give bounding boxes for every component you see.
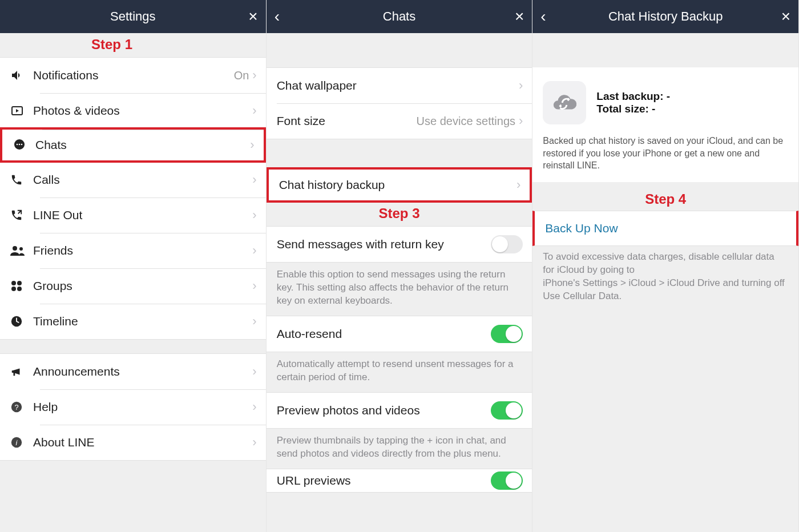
play-rect-icon <box>10 104 33 118</box>
chevron-right-icon: › <box>252 279 256 293</box>
chevron-right-icon: › <box>519 114 523 128</box>
row-chat-history-backup[interactable]: Chat history backup › <box>267 167 532 203</box>
friends-icon <box>10 244 33 257</box>
row-label: Auto-resend <box>277 327 491 341</box>
chevron-right-icon: › <box>252 364 256 379</box>
row-photos-videos[interactable]: Photos & videos › <box>0 93 266 128</box>
phone-icon <box>10 174 33 186</box>
row-groups[interactable]: Groups › <box>0 268 266 304</box>
row-label: Notifications <box>33 68 234 82</box>
chevron-right-icon: › <box>519 78 523 93</box>
row-help[interactable]: ? Help › <box>0 389 266 425</box>
row-url-previews[interactable]: URL previews <box>267 469 532 492</box>
chevron-right-icon: › <box>250 138 254 152</box>
row-friends[interactable]: Friends › <box>0 233 266 268</box>
settings-list-1: Notifications On › Photos & videos › Cha… <box>0 57 266 162</box>
navbar-title: Chat History Backup <box>608 9 723 24</box>
chats-list-2: Chat history backup › <box>267 168 532 202</box>
close-icon[interactable]: × <box>515 7 524 26</box>
row-announcements[interactable]: Announcements › <box>0 354 266 389</box>
chats-list-3: Send messages with return key <box>267 226 532 263</box>
back-up-now-button[interactable]: Back Up Now <box>532 211 798 246</box>
back-icon[interactable]: ‹ <box>540 7 546 26</box>
top-gap <box>532 33 798 67</box>
phone-out-icon <box>10 209 33 221</box>
step-annotation-1: Step 1 <box>0 33 266 57</box>
row-label: Announcements <box>33 365 252 378</box>
toggle-auto-resend[interactable] <box>491 325 523 343</box>
backup-warning: To avoid excessive data charges, disable… <box>532 245 798 311</box>
svg-point-7 <box>11 281 16 285</box>
row-preview[interactable]: Preview photos and videos <box>267 393 532 428</box>
chats-pane: ‹ Chats × Chat wallpaper › Font size Use… <box>267 0 533 532</box>
row-value: On <box>234 69 249 82</box>
row-label: Timeline <box>33 315 252 328</box>
send-return-note: Enable this option to send messages usin… <box>267 263 532 316</box>
svg-point-5 <box>13 246 17 251</box>
row-label: Calls <box>33 173 252 187</box>
settings-list-2: Announcements › ? Help › i About LINE › <box>0 353 266 461</box>
navbar: ‹ Chats × <box>267 0 532 33</box>
backup-pane: ‹ Chat History Backup × Last backup: - T… <box>532 0 799 532</box>
row-label: Groups <box>33 279 252 293</box>
toggle-preview[interactable] <box>491 401 523 420</box>
row-font-size[interactable]: Font size Use device settings › <box>267 103 532 139</box>
svg-point-10 <box>17 287 22 291</box>
chevron-right-icon: › <box>252 435 256 450</box>
row-label: Chats <box>35 138 250 152</box>
chevron-right-icon: › <box>252 172 256 187</box>
back-icon[interactable]: ‹ <box>275 7 280 26</box>
close-icon[interactable]: × <box>781 7 790 26</box>
chat-icon <box>13 138 35 152</box>
row-about[interactable]: i About LINE › <box>0 425 266 460</box>
row-label: URL previews <box>277 474 491 487</box>
navbar-title: Settings <box>110 9 156 24</box>
row-send-return[interactable]: Send messages with return key <box>267 227 532 262</box>
toggle-send-return[interactable] <box>491 235 523 253</box>
svg-text:?: ? <box>14 403 18 412</box>
clock-icon <box>10 315 33 328</box>
row-label: Send messages with return key <box>277 237 491 251</box>
top-gap <box>267 33 532 67</box>
megaphone-icon <box>10 365 33 378</box>
back-up-now-label: Back Up Now <box>545 221 618 235</box>
row-label: Preview photos and videos <box>277 404 491 417</box>
row-line-out[interactable]: LINE Out › <box>0 198 266 233</box>
chevron-right-icon: › <box>252 400 256 414</box>
chevron-right-icon: › <box>252 208 256 223</box>
row-chats[interactable]: Chats › <box>0 127 266 163</box>
row-label: Font size <box>277 114 417 128</box>
row-timeline[interactable]: Timeline › <box>0 304 266 339</box>
row-chat-wallpaper[interactable]: Chat wallpaper › <box>267 68 532 103</box>
row-label: Chat wallpaper <box>277 79 519 92</box>
row-label: Chat history backup <box>279 178 516 192</box>
row-label: Friends <box>33 244 252 257</box>
backup-hero: Last backup: - Total size: - <box>532 67 798 135</box>
chevron-right-icon: › <box>252 314 256 329</box>
row-calls[interactable]: Calls › <box>0 162 266 198</box>
volume-icon <box>10 68 33 82</box>
toggle-url-previews[interactable] <box>491 471 523 490</box>
cloud-sync-icon <box>543 81 586 124</box>
auto-resend-note: Automatically attempt to resend unsent m… <box>267 352 532 392</box>
chats-list-1: Chat wallpaper › Font size Use device se… <box>267 67 532 139</box>
gap <box>267 139 532 168</box>
row-value: Use device settings <box>417 115 515 128</box>
settings-pane: Settings × Step 1 Notifications On › Pho… <box>0 0 267 532</box>
chevron-right-icon: › <box>252 243 256 258</box>
help-icon: ? <box>10 401 33 413</box>
close-icon[interactable]: × <box>248 7 257 26</box>
svg-point-6 <box>19 247 23 251</box>
svg-point-3 <box>19 144 21 146</box>
svg-point-9 <box>11 287 16 291</box>
svg-point-8 <box>17 281 22 285</box>
step-annotation-3: Step 3 <box>267 202 532 226</box>
chats-list-4: Auto-resend <box>267 316 532 352</box>
row-label: LINE Out <box>33 208 252 222</box>
row-auto-resend[interactable]: Auto-resend <box>267 316 532 352</box>
row-label: Help <box>33 400 252 414</box>
backup-note: Backed up chat history is saved on your … <box>532 135 798 182</box>
row-notifications[interactable]: Notifications On › <box>0 58 266 93</box>
preview-note: Preview thumbnails by tapping the + icon… <box>267 429 532 469</box>
chevron-right-icon: › <box>252 68 256 83</box>
